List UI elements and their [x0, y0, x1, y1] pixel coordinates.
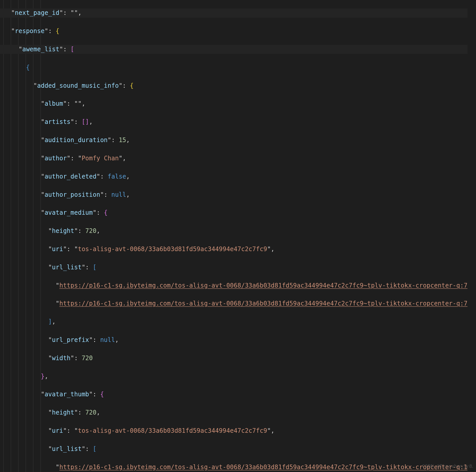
json-key: url_prefix	[52, 336, 89, 343]
json-key: height	[52, 227, 74, 234]
json-string: Pomfy Chan	[82, 155, 119, 162]
json-keyword: null	[111, 191, 126, 198]
json-key: artists	[44, 118, 70, 125]
json-key: avatar_medium	[44, 209, 93, 216]
json-key: next_page_id	[15, 9, 59, 16]
json-key: author_deleted	[44, 173, 96, 180]
json-key: author	[44, 155, 67, 162]
json-key: height	[52, 409, 74, 416]
json-key: uri	[52, 245, 63, 253]
json-key: added_sound_music_info	[37, 82, 119, 89]
json-url[interactable]: https://p16-c1-sg.ibyteimg.com/tos-alisg…	[59, 282, 467, 289]
json-string: tos-alisg-avt-0068/33a6b03d81fd59ac34499…	[78, 427, 267, 434]
json-key: audition_duration	[44, 136, 108, 144]
json-key: uri	[52, 427, 63, 434]
json-keyword: false	[108, 173, 126, 180]
json-string: tos-alisg-avt-0068/33a6b03d81fd59ac34499…	[78, 245, 267, 253]
json-key: url_list	[52, 264, 82, 271]
json-number: 720	[82, 355, 93, 362]
json-number: 720	[85, 227, 96, 234]
json-number: 720	[85, 409, 96, 416]
json-key: avatar_thumb	[44, 391, 89, 398]
json-key: url_list	[52, 445, 82, 453]
json-keyword: null	[100, 336, 115, 343]
json-code[interactable]: "next_page_id": "", "response": { "aweme…	[0, 0, 468, 472]
json-url[interactable]: https://p16-c1-sg.ibyteimg.com/tos-alisg…	[59, 300, 467, 307]
code-editor[interactable]: "next_page_id": "", "response": { "aweme…	[0, 0, 476, 472]
json-key: response	[15, 27, 45, 35]
json-url[interactable]: https://p16-c1-sg.ibyteimg.com/tos-alisg…	[59, 464, 467, 471]
json-key: width	[52, 355, 70, 362]
json-key: author_position	[44, 191, 100, 198]
json-number: 15	[119, 136, 126, 144]
watermark-text: CSDN @Tinsuhanjy⒏	[422, 461, 473, 470]
json-key: aweme_list	[22, 46, 60, 53]
json-key: album	[44, 100, 63, 107]
